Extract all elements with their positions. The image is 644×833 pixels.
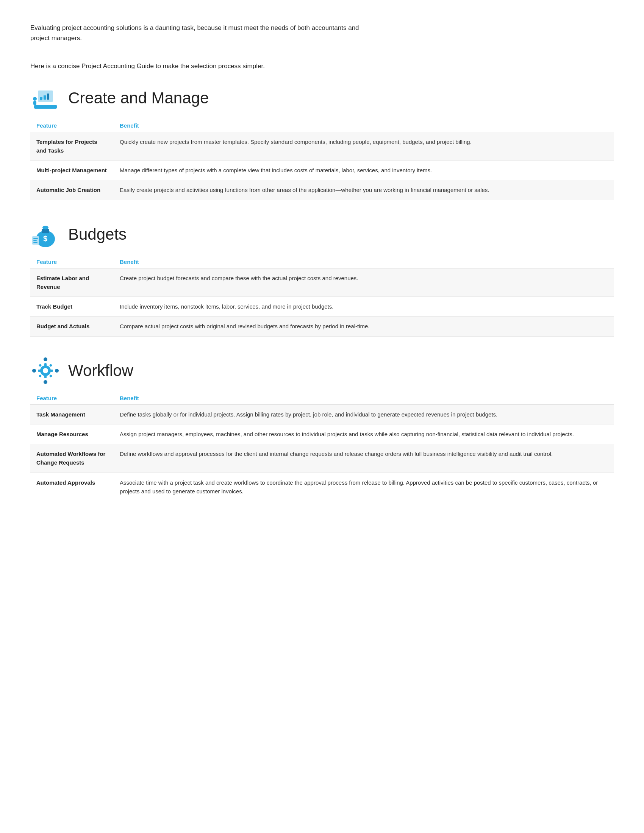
svg-rect-20 (38, 370, 41, 372)
table-workflow: Feature Benefit Task ManagementDefine ta… (30, 392, 614, 502)
feature-cell: Track Budget (30, 297, 114, 317)
col-benefit-b: Benefit (114, 256, 614, 269)
table-row: Automatic Job CreationEasily create proj… (30, 180, 614, 200)
benefit-cell: Quickly create new projects from master … (114, 132, 614, 161)
col-feature-w: Feature (30, 392, 114, 405)
section-title-workflow: Workflow (68, 362, 134, 380)
svg-point-10 (42, 226, 48, 230)
svg-rect-19 (44, 375, 47, 378)
section-budgets: $ Budgets Feature Benefit Estimate Labor… (30, 219, 614, 337)
feature-cell: Templates for Projects and Tasks (30, 132, 114, 161)
table-create-manage: Feature Benefit Templates for Projects a… (30, 119, 614, 200)
section-create-and-manage: Create and Manage Feature Benefit Templa… (30, 83, 614, 200)
svg-rect-24 (39, 374, 42, 377)
feature-cell: Automated Approvals (30, 473, 114, 501)
benefit-cell: Manage different types of projects with … (114, 161, 614, 180)
create-manage-icon (30, 83, 61, 113)
table-row: Budget and ActualsCompare actual project… (30, 317, 614, 336)
svg-point-5 (33, 97, 37, 101)
feature-cell: Automatic Job Creation (30, 180, 114, 200)
svg-rect-22 (39, 363, 42, 367)
svg-rect-4 (47, 93, 49, 100)
svg-point-29 (55, 369, 59, 373)
feature-cell: Multi-project Management (30, 161, 114, 180)
col-benefit-w: Benefit (114, 392, 614, 405)
svg-rect-6 (33, 101, 36, 105)
budgets-icon: $ (30, 219, 61, 249)
table-budgets: Feature Benefit Estimate Labor and Reven… (30, 256, 614, 337)
svg-rect-21 (50, 370, 53, 372)
svg-rect-0 (34, 105, 57, 109)
benefit-cell: Include inventory items, nonstock items,… (114, 297, 614, 317)
svg-point-28 (32, 369, 36, 373)
table-row: Track BudgetInclude inventory items, non… (30, 297, 614, 317)
feature-cell: Manage Resources (30, 424, 114, 444)
workflow-icon (30, 355, 61, 386)
svg-point-26 (43, 357, 47, 361)
intro-line2: Here is a concise Project Accounting Gui… (30, 61, 371, 71)
svg-text:$: $ (43, 234, 47, 243)
svg-rect-15 (33, 242, 37, 243)
benefit-cell: Easily create projects and activities us… (114, 180, 614, 200)
section-header-create-manage: Create and Manage (30, 83, 614, 113)
feature-cell: Task Management (30, 404, 114, 424)
benefit-cell: Associate time with a project task and c… (114, 473, 614, 501)
feature-cell: Budget and Actuals (30, 317, 114, 336)
col-feature-b: Feature (30, 256, 114, 269)
benefit-cell: Define workflows and approval processes … (114, 444, 614, 473)
intro-line1: Evaluating project accounting solutions … (30, 23, 371, 43)
col-benefit-cm: Benefit (114, 119, 614, 132)
table-row: Estimate Labor and RevenueCreate project… (30, 268, 614, 297)
benefit-cell: Define tasks globally or for individual … (114, 404, 614, 424)
table-row: Automated Workflows for Change RequestsD… (30, 444, 614, 473)
section-header-budgets: $ Budgets (30, 219, 614, 249)
svg-rect-25 (49, 374, 52, 377)
svg-rect-23 (49, 363, 52, 367)
table-row: Task ManagementDefine tasks globally or … (30, 404, 614, 424)
svg-point-17 (43, 368, 48, 373)
svg-point-27 (43, 380, 47, 384)
section-workflow: Workflow Feature Benefit Task Management… (30, 355, 614, 502)
feature-cell: Automated Workflows for Change Requests (30, 444, 114, 473)
benefit-cell: Create project budget forecasts and comp… (114, 268, 614, 297)
svg-rect-18 (44, 363, 47, 366)
table-row: Templates for Projects and TasksQuickly … (30, 132, 614, 161)
svg-rect-13 (33, 238, 38, 239)
section-title-budgets: Budgets (68, 225, 127, 243)
section-header-workflow: Workflow (30, 355, 614, 386)
feature-cell: Estimate Labor and Revenue (30, 268, 114, 297)
benefit-cell: Assign project managers, employees, mach… (114, 424, 614, 444)
svg-rect-7 (42, 100, 49, 100)
section-title-create-manage: Create and Manage (68, 89, 209, 107)
col-feature-cm: Feature (30, 119, 114, 132)
table-row: Multi-project ManagementManage different… (30, 161, 614, 180)
benefit-cell: Compare actual project costs with origin… (114, 317, 614, 336)
table-row: Automated ApprovalsAssociate time with a… (30, 473, 614, 501)
svg-rect-14 (33, 240, 37, 241)
table-row: Manage ResourcesAssign project managers,… (30, 424, 614, 444)
